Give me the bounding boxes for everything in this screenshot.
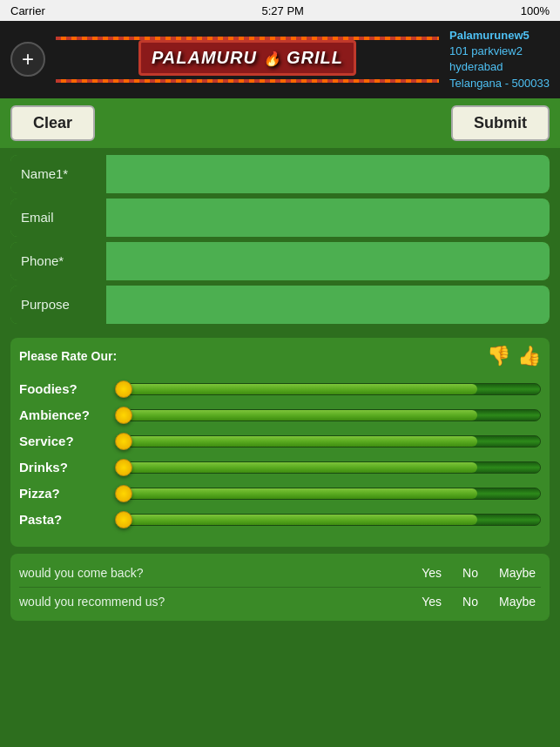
store-name: Palamurunew5: [449, 28, 550, 44]
ynm-option-recommend-yes[interactable]: Yes: [416, 593, 447, 610]
logo-flame-icon: 🔥: [263, 51, 281, 66]
ynm-option-come-back-maybe[interactable]: Maybe: [494, 564, 541, 582]
header: + PALAMURU 🔥 GRILL Palamurunew5 101 park…: [0, 21, 560, 98]
rating-section: Please Rate Our: 👎 👍 Foodies?Ambience?Se…: [10, 338, 550, 547]
store-info: Palamurunew5 101 parkview2 hyderabad Tel…: [449, 28, 550, 91]
rating-label-drinks: Drinks?: [19, 460, 124, 474]
rating-row-ambience: Ambience?: [19, 406, 541, 425]
address-line1: 101 parkview2: [449, 44, 550, 59]
time-label: 5:27 PM: [262, 4, 304, 17]
rating-header: Please Rate Our: 👎 👍: [19, 345, 541, 371]
address-line2: hyderabad: [449, 59, 550, 75]
rating-label-ambience: Ambience?: [19, 407, 124, 422]
ynm-row-recommend: would you recommend us?YesNoMaybe: [19, 588, 541, 616]
ynm-options-recommend: YesNoMaybe: [416, 593, 541, 610]
ynm-option-recommend-maybe[interactable]: Maybe: [494, 593, 541, 610]
ynm-question-come-back: would you come back?: [19, 566, 416, 580]
slider-container-ambience: [124, 406, 541, 425]
rating-label-service: Service?: [19, 434, 124, 448]
logo-border-bottom: [56, 79, 439, 83]
clear-button[interactable]: Clear: [10, 105, 95, 141]
form-field-phone: Phone*: [10, 242, 550, 280]
submit-button[interactable]: Submit: [451, 105, 550, 141]
logo-text: PALAMURU 🔥 GRILL: [152, 48, 343, 67]
field-input-purpose[interactable]: [106, 286, 550, 324]
field-label-phone: Phone*: [10, 242, 106, 280]
rating-row-service: Service?: [19, 432, 541, 451]
ynm-options-come-back: YesNoMaybe: [416, 564, 541, 582]
thumb-down-icon: 👎: [487, 345, 510, 367]
rating-label-pizza: Pizza?: [19, 486, 124, 501]
field-input-name[interactable]: [106, 155, 550, 193]
add-button[interactable]: +: [10, 42, 45, 77]
rating-row-pasta: Pasta?: [19, 510, 541, 529]
field-input-email[interactable]: [106, 199, 550, 237]
form-field-name: Name1*: [10, 155, 550, 193]
rating-row-drinks: Drinks?: [19, 458, 541, 477]
rating-label-foodies: Foodies?: [19, 381, 124, 396]
slider-container-foodies: [124, 380, 541, 399]
battery-label: 100%: [521, 4, 550, 17]
field-label-email: Email: [10, 199, 106, 237]
ynm-section: would you come back?YesNoMaybewould you …: [10, 554, 550, 621]
field-input-phone[interactable]: [106, 242, 550, 280]
rating-row-foodies: Foodies?: [19, 380, 541, 399]
rating-label-pasta: Pasta?: [19, 512, 124, 527]
logo-box: PALAMURU 🔥 GRILL: [138, 40, 356, 76]
ynm-row-come-back: would you come back?YesNoMaybe: [19, 559, 541, 588]
ynm-question-recommend: would you recommend us?: [19, 595, 416, 609]
slider-container-drinks: [124, 458, 541, 477]
carrier-label: Carrier: [10, 4, 45, 17]
rating-rows: Foodies?Ambience?Service?Drinks?Pizza?Pa…: [19, 380, 541, 529]
logo-container: PALAMURU 🔥 GRILL: [56, 37, 439, 83]
status-bar: Carrier 5:27 PM 100%: [0, 0, 560, 21]
ynm-option-come-back-no[interactable]: No: [457, 564, 483, 582]
rating-row-pizza: Pizza?: [19, 484, 541, 503]
thumb-up-icon: 👍: [517, 345, 541, 367]
ynm-option-recommend-no[interactable]: No: [457, 593, 483, 610]
field-label-name: Name1*: [10, 155, 106, 193]
address-line3: Telangana - 500033: [449, 76, 550, 91]
slider-container-pasta: [124, 510, 541, 529]
slider-container-service: [124, 432, 541, 451]
ynm-option-come-back-yes[interactable]: Yes: [416, 564, 447, 582]
slider-container-pizza: [124, 484, 541, 503]
field-label-purpose: Purpose: [10, 286, 106, 324]
form-field-purpose: Purpose: [10, 286, 550, 324]
rating-header-label: Please Rate Our:: [19, 349, 487, 363]
form-section: Name1*EmailPhone*Purpose: [0, 148, 560, 331]
form-field-email: Email: [10, 199, 550, 237]
action-bar: Clear Submit: [0, 98, 560, 148]
